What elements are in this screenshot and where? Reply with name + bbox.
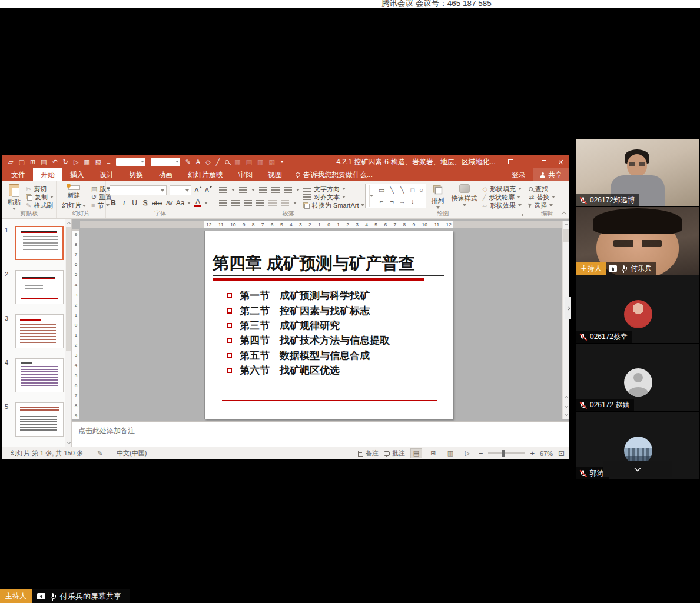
decrease-indent-icon[interactable] — [259, 187, 267, 194]
align-center-icon[interactable] — [231, 200, 240, 206]
comments-toggle-button[interactable]: 批注 — [384, 449, 405, 458]
tab-review[interactable]: 审阅 — [231, 168, 260, 181]
shape-fill-button[interactable]: 形状填充 — [483, 185, 522, 193]
close-button[interactable] — [552, 155, 569, 168]
video-panel-collapse-button[interactable] — [565, 297, 571, 319]
search-icon[interactable] — [225, 160, 229, 164]
tab-view[interactable]: 视图 — [260, 168, 290, 181]
scroll-down-icon[interactable] — [67, 441, 71, 444]
copy-button[interactable]: 复制 — [26, 193, 54, 201]
increase-indent-icon[interactable] — [271, 187, 280, 194]
line-arrow-shape-icon[interactable] — [400, 187, 404, 194]
video-tile-zhaojing[interactable]: 026172 赵婧 — [576, 344, 699, 411]
thumbnail-slide-5[interactable]: 5 — [5, 402, 71, 437]
scroll-up-icon[interactable] — [67, 222, 71, 225]
tab-file[interactable]: 文件 — [4, 168, 33, 181]
text-columns-icon[interactable] — [281, 200, 289, 206]
minimize-button[interactable] — [518, 155, 535, 168]
line-shape-icon[interactable] — [390, 187, 394, 194]
shrink-font-button[interactable]: A — [205, 186, 212, 194]
scroll-up-icon[interactable] — [565, 224, 568, 227]
slide-editing-area[interactable]: 第四章 成矿预测与矿产普查 第一节成矿预测与科学找矿 第二节控矿因素与找矿标志 … — [204, 231, 453, 419]
underline-button[interactable]: U — [131, 199, 138, 207]
scrollbar-thumb[interactable] — [66, 227, 71, 351]
previous-slide-button[interactable] — [563, 402, 569, 410]
shapes-gallery[interactable] — [365, 184, 426, 208]
text-direction-button[interactable]: 文字方向 — [303, 185, 364, 193]
dialog-launcher-icon[interactable] — [356, 214, 359, 216]
next-slide-button[interactable] — [563, 410, 569, 418]
shape-fill-qat-icon[interactable] — [205, 159, 210, 165]
align-right-icon[interactable] — [244, 200, 252, 206]
align-icon[interactable] — [107, 159, 110, 165]
zoom-slider-thumb[interactable] — [502, 450, 505, 457]
dialog-launcher-icon[interactable] — [520, 214, 523, 216]
columns-icon[interactable] — [268, 200, 277, 206]
quick-styles-button[interactable]: 快速样式 — [450, 184, 479, 211]
thumbnail-preview[interactable] — [15, 402, 64, 437]
slide-sorter-view-button[interactable] — [427, 448, 439, 458]
video-tile-fulebing[interactable]: 主持人 付乐兵 — [576, 207, 699, 275]
open-icon[interactable] — [8, 159, 13, 165]
notes-toggle-button[interactable]: 备注 — [358, 449, 379, 458]
slideshow-view-button[interactable] — [462, 448, 473, 458]
replace-button[interactable]: 替换 — [529, 193, 566, 201]
thumbnail-slide-4[interactable]: 4 — [5, 358, 71, 392]
dialog-launcher-icon[interactable] — [210, 214, 213, 216]
justify-icon[interactable] — [256, 200, 264, 206]
undo-icon[interactable] — [52, 159, 58, 165]
font-name-combobox[interactable] — [110, 185, 167, 195]
text-box-shape-icon[interactable] — [379, 187, 384, 194]
new-file-icon[interactable] — [18, 159, 24, 165]
tab-slideshow[interactable]: 幻灯片放映 — [180, 168, 231, 181]
ink-icon[interactable] — [97, 450, 102, 457]
chart-icon[interactable] — [95, 159, 101, 165]
strikethrough-button[interactable]: abc — [152, 199, 162, 206]
oval-shape-icon[interactable] — [419, 187, 423, 194]
zoom-level[interactable]: 67% — [540, 450, 553, 457]
character-spacing-button[interactable]: AV — [165, 199, 173, 206]
dialog-launcher-icon[interactable] — [51, 214, 54, 216]
print-preview-icon[interactable] — [30, 159, 35, 165]
thumbnail-slide-2[interactable]: 2 — [5, 270, 71, 304]
start-slideshow-icon[interactable] — [74, 159, 78, 165]
scrollbar-thumb[interactable] — [563, 229, 569, 242]
font-size-combobox[interactable] — [170, 185, 191, 195]
pen-qat-icon[interactable] — [216, 159, 220, 165]
thumbnail-slide-1[interactable]: 1 — [5, 226, 71, 260]
italic-button[interactable]: I — [120, 199, 128, 208]
cut-button[interactable]: 剪切 — [26, 185, 54, 193]
tab-design[interactable]: 设计 — [92, 168, 121, 181]
save-icon[interactable] — [41, 159, 47, 165]
qat-font-combobox[interactable] — [116, 158, 145, 166]
grow-font-button[interactable]: A — [194, 186, 201, 194]
numbering-icon[interactable] — [239, 187, 247, 194]
thumbnail-preview[interactable] — [15, 270, 64, 304]
elbow-connector-icon[interactable] — [380, 198, 383, 205]
thumbnail-scrollbar[interactable] — [65, 219, 71, 447]
notes-pane[interactable]: 点击此处添加备注 — [72, 421, 569, 447]
align-text-button[interactable]: 对齐文本 — [303, 193, 364, 201]
ribbon-display-options-button[interactable] — [503, 155, 518, 168]
qat-customize-caret-icon[interactable] — [280, 161, 284, 163]
language-indicator[interactable]: 中文(中国) — [117, 449, 147, 458]
reading-view-button[interactable] — [444, 448, 456, 458]
scroll-down-icon[interactable] — [563, 394, 569, 402]
redo-icon[interactable] — [63, 159, 68, 165]
normal-view-button[interactable] — [410, 448, 422, 458]
find-button[interactable]: 查找 — [529, 185, 566, 193]
thumbnail-preview[interactable] — [15, 314, 64, 348]
picture-icon[interactable] — [84, 159, 89, 165]
change-case-button[interactable]: Aa — [176, 199, 185, 207]
shape-outline-button[interactable]: 形状轮廓 — [483, 193, 522, 201]
video-tile-zhengyuanbo[interactable]: 026172郑远博 — [576, 139, 699, 206]
qat-size-combobox[interactable] — [151, 158, 180, 166]
bullets-icon[interactable] — [219, 187, 227, 194]
tab-animations[interactable]: 动画 — [151, 168, 180, 181]
thumbnail-preview[interactable] — [15, 358, 64, 392]
fit-to-window-button[interactable] — [558, 449, 565, 457]
thumbnail-preview[interactable] — [15, 226, 64, 260]
zoom-slider[interactable] — [488, 452, 525, 454]
select-button[interactable]: 选择 — [529, 201, 566, 209]
right-arrow-shape-icon[interactable] — [399, 198, 406, 205]
